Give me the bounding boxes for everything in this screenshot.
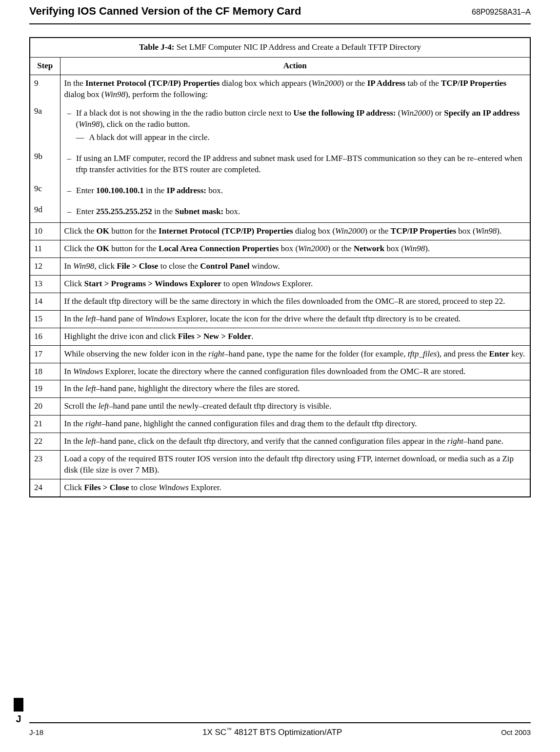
step-number: 9b bbox=[30, 148, 60, 180]
section-tab: J bbox=[14, 698, 23, 726]
table-row: 24 Click Files > Close to close Windows … bbox=[30, 479, 530, 497]
action-cell: Highlight the drive icon and click Files… bbox=[60, 328, 530, 345]
page-header: Verifying IOS Canned Version of the CF M… bbox=[29, 0, 531, 24]
table-row: 23 Load a copy of the required BTS route… bbox=[30, 451, 530, 479]
doc-number: 68P09258A31–A bbox=[472, 7, 531, 18]
action-cell: In Win98, click File > Close to close th… bbox=[60, 257, 530, 275]
tab-black-box bbox=[14, 698, 23, 712]
table-row: 15 In the left–hand pane of Windows Expl… bbox=[30, 310, 530, 328]
table-row: 19 In the left–hand pane, highlight the … bbox=[30, 380, 530, 398]
step-number: 10 bbox=[30, 223, 60, 240]
action-cell: In the left–hand pane, highlight the dir… bbox=[60, 380, 530, 398]
procedure-table: Table J-4: Set LMF Computer NIC IP Addre… bbox=[29, 37, 531, 497]
table-caption-text: Set LMF Computer NIC IP Address and Crea… bbox=[175, 42, 421, 52]
action-cell: Click the OK button for the Local Area C… bbox=[60, 240, 530, 257]
action-cell: Enter 100.100.100.1 in the IP address: b… bbox=[60, 180, 530, 201]
dash-item: If a black dot is not showing in the the… bbox=[64, 108, 526, 130]
action-cell: Enter 255.255.255.252 in the Subnet mask… bbox=[60, 201, 530, 222]
step-number: 15 bbox=[30, 310, 60, 328]
col-step: Step bbox=[30, 57, 60, 75]
page-footer: J-18 1X SC™ 4812T BTS Optimization/ATP O… bbox=[29, 722, 531, 738]
tab-letter: J bbox=[14, 712, 23, 726]
step-number: 11 bbox=[30, 240, 60, 257]
step-number: 22 bbox=[30, 433, 60, 451]
table-row: 18 In Windows Explorer, locate the direc… bbox=[30, 363, 530, 380]
step-number: 12 bbox=[30, 257, 60, 275]
table-caption-label: Table J-4: bbox=[139, 42, 175, 52]
table-row: 11 Click the OK button for the Local Are… bbox=[30, 240, 530, 257]
dash-item: Enter 255.255.255.252 in the Subnet mask… bbox=[64, 206, 526, 218]
step-number: 24 bbox=[30, 479, 60, 497]
action-cell: In the left–hand pane of Windows Explore… bbox=[60, 310, 530, 328]
table-row: 17 While observing the new folder icon i… bbox=[30, 345, 530, 363]
step-number: 9c bbox=[30, 180, 60, 201]
footer-date: Oct 2003 bbox=[501, 728, 531, 737]
table-row: 9d Enter 255.255.255.252 in the Subnet m… bbox=[30, 201, 530, 222]
action-cell: While observing the new folder icon in t… bbox=[60, 345, 530, 363]
step-number: 21 bbox=[30, 416, 60, 433]
table-caption: Table J-4: Set LMF Computer NIC IP Addre… bbox=[30, 38, 530, 57]
action-cell: In the right–hand pane, highlight the ca… bbox=[60, 416, 530, 433]
table-row: 14 If the default tftp directory will be… bbox=[30, 293, 530, 310]
action-cell: Click Files > Close to close Windows Exp… bbox=[60, 479, 530, 497]
step-number: 16 bbox=[30, 328, 60, 345]
table-row: 13 Click Start > Programs > Windows Expl… bbox=[30, 275, 530, 293]
step-number: 13 bbox=[30, 275, 60, 293]
step-number: 19 bbox=[30, 380, 60, 398]
table-row: 12 In Win98, click File > Close to close… bbox=[30, 257, 530, 275]
step-number: 14 bbox=[30, 293, 60, 310]
table-row: 22 In the left–hand pane, click on the d… bbox=[30, 433, 530, 451]
table-caption-row: Table J-4: Set LMF Computer NIC IP Addre… bbox=[30, 38, 530, 57]
action-cell: In Windows Explorer, locate the director… bbox=[60, 363, 530, 380]
table-row: 10 Click the OK button for the Internet … bbox=[30, 223, 530, 240]
action-cell: In the Internet Protocol (TCP/IP) Proper… bbox=[60, 75, 530, 103]
step-number: 9a bbox=[30, 103, 60, 148]
dash-item: If using an LMF computer, record the IP … bbox=[64, 153, 526, 176]
action-cell: In the left–hand pane, click on the defa… bbox=[60, 433, 530, 451]
table-row: 21 In the right–hand pane, highlight the… bbox=[30, 416, 530, 433]
table-row: 9 In the Internet Protocol (TCP/IP) Prop… bbox=[30, 75, 530, 103]
table-header-row: Step Action bbox=[30, 57, 530, 75]
table-row: 9b If using an LMF computer, record the … bbox=[30, 148, 530, 180]
step-number: 9d bbox=[30, 201, 60, 222]
table-row: 16 Highlight the drive icon and click Fi… bbox=[30, 328, 530, 345]
sub-item: A black dot will appear in the circle. bbox=[64, 132, 526, 143]
step-number: 20 bbox=[30, 398, 60, 416]
step-number: 9 bbox=[30, 75, 60, 103]
action-cell: If using an LMF computer, record the IP … bbox=[60, 148, 530, 180]
table-row: 9a If a black dot is not showing in the … bbox=[30, 103, 530, 148]
footer-center: 1X SC™ 4812T BTS Optimization/ATP bbox=[202, 726, 342, 738]
page-title: Verifying IOS Canned Version of the CF M… bbox=[29, 4, 301, 19]
step-number: 23 bbox=[30, 451, 60, 479]
action-cell: Scroll the left–hand pane until the newl… bbox=[60, 398, 530, 416]
table-row: 9c Enter 100.100.100.1 in the IP address… bbox=[30, 180, 530, 201]
col-action: Action bbox=[60, 57, 530, 75]
dash-item: Enter 100.100.100.1 in the IP address: b… bbox=[64, 185, 526, 197]
action-cell: Load a copy of the required BTS router I… bbox=[60, 451, 530, 479]
step-number: 17 bbox=[30, 345, 60, 363]
footer-page-number: J-18 bbox=[29, 728, 43, 737]
action-cell: Click Start > Programs > Windows Explore… bbox=[60, 275, 530, 293]
step-number: 18 bbox=[30, 363, 60, 380]
action-cell: If the default tftp directory will be th… bbox=[60, 293, 530, 310]
action-cell: If a black dot is not showing in the the… bbox=[60, 103, 530, 148]
action-cell: Click the OK button for the Internet Pro… bbox=[60, 223, 530, 240]
table-row: 20 Scroll the left–hand pane until the n… bbox=[30, 398, 530, 416]
